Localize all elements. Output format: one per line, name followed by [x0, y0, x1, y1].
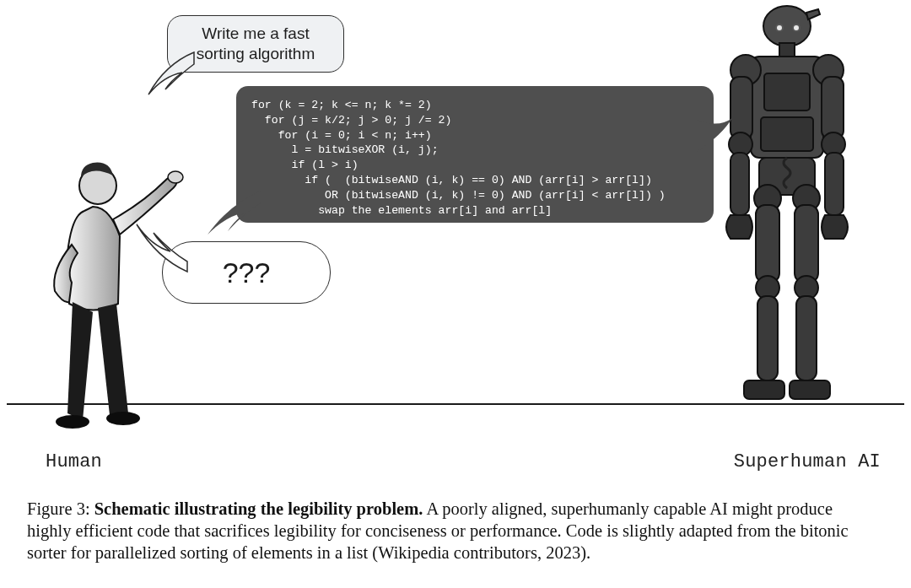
svg-rect-29 — [790, 380, 830, 399]
page: Write me a fast sorting algorithm for (k… — [0, 0, 911, 588]
svg-rect-26 — [757, 296, 778, 380]
svg-point-3 — [106, 412, 140, 425]
svg-rect-28 — [744, 380, 784, 399]
ai-label: Superhuman AI — [734, 451, 881, 472]
speech-tail-icon — [132, 218, 191, 277]
svg-rect-10 — [761, 117, 813, 151]
svg-rect-22 — [756, 205, 779, 283]
svg-point-5 — [776, 24, 783, 31]
svg-rect-23 — [795, 205, 818, 283]
speech-tail-icon — [204, 187, 263, 238]
svg-rect-14 — [822, 77, 844, 139]
caption-title: Schematic illustrating the legibility pr… — [94, 499, 423, 518]
figure-image: Write me a fast sorting algorithm for (k… — [0, 0, 911, 439]
svg-point-4 — [763, 6, 811, 46]
speech-tail-icon — [145, 47, 196, 98]
svg-point-2 — [56, 415, 89, 429]
svg-rect-18 — [825, 153, 844, 215]
svg-rect-9 — [764, 73, 810, 111]
robot-illustration — [690, 0, 884, 434]
svg-point-0 — [168, 171, 183, 183]
ai-code-bubble: for (k = 2; k <= n; k *= 2) for (j = k/2… — [236, 86, 714, 223]
human-label: Human — [46, 451, 102, 472]
figure-number: Figure 3: — [27, 499, 90, 518]
ai-code-text: for (k = 2; k <= n; k *= 2) for (j = k/2… — [251, 98, 698, 218]
human-request-bubble: Write me a fast sorting algorithm — [167, 15, 344, 73]
svg-point-6 — [793, 24, 800, 31]
svg-rect-27 — [796, 296, 817, 380]
svg-rect-17 — [730, 153, 749, 215]
human-confused-bubble: ??? — [162, 241, 331, 304]
figure-caption: Figure 3: Schematic illustrating the leg… — [27, 498, 877, 564]
svg-rect-13 — [730, 77, 752, 139]
speech-tail-icon — [697, 115, 732, 157]
svg-rect-7 — [779, 43, 795, 57]
